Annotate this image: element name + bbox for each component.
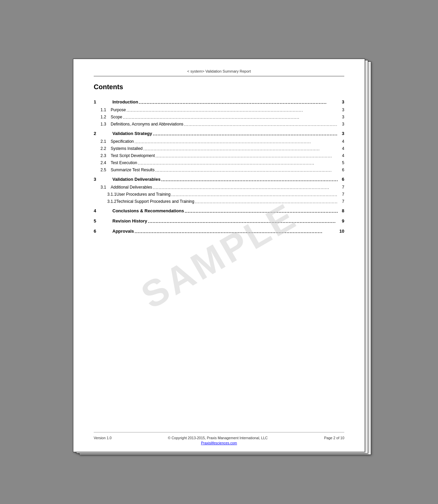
toc-dots: ........................................… — [143, 146, 337, 153]
toc-page: 4 — [337, 138, 344, 145]
toc-dots: ........................................… — [122, 114, 337, 121]
toc-title: Technical Support Procedures and Trainin… — [116, 198, 194, 205]
toc-num: 6 — [94, 227, 112, 236]
toc-title: Revision History — [112, 217, 147, 226]
toc-entry-3: 3Validation Deliverables................… — [94, 174, 344, 184]
footer-link[interactable]: Praxislifesciences.com — [201, 441, 237, 445]
page-content: < system> Validation Summary Report Cont… — [73, 59, 365, 452]
page-footer: Version 1.0 © Copyright 2013-2015, Praxi… — [94, 432, 344, 445]
document-header: < system> Validation Summary Report — [94, 69, 344, 76]
toc-dots: ........................................… — [154, 167, 337, 174]
toc-entry-1-2: 1.2Scope................................… — [94, 114, 344, 121]
toc-page: 7 — [337, 198, 344, 205]
toc-dots: ........................................… — [161, 175, 337, 184]
toc-title: User Procedures and Training — [116, 191, 170, 198]
toc-entry-6: 6Approvals..............................… — [94, 226, 344, 236]
toc-entry-2-5: 2.5Summarize Test Results...............… — [94, 167, 344, 174]
toc-entry-2: 2Validation Strategy....................… — [94, 128, 344, 138]
toc-page: 5 — [337, 159, 344, 167]
toc-title: Specification — [111, 138, 134, 145]
toc-title: Test Execution — [111, 159, 137, 167]
toc-page: 3 — [337, 98, 344, 106]
toc-page: 10 — [337, 227, 344, 236]
toc-dots: ........................................… — [147, 217, 337, 226]
toc-entry-5: 5Revision History.......................… — [94, 215, 344, 226]
toc-dots: ........................................… — [155, 153, 337, 160]
toc-page: 6 — [337, 167, 344, 174]
toc-title: Introduction — [112, 98, 138, 106]
toc-entry-1-1: 1.1Purpose..............................… — [94, 106, 344, 114]
footer-row: Version 1.0 © Copyright 2013-2015, Praxi… — [94, 436, 344, 440]
toc-num: 4 — [94, 207, 112, 215]
page-stack: < system> Validation Summary Report < sy… — [73, 59, 365, 459]
toc-entry-2-4: 2.4Test Execution.......................… — [94, 159, 344, 167]
toc-page: 3 — [337, 114, 344, 121]
toc-dots: ........................................… — [138, 98, 337, 107]
toc-page: 9 — [337, 217, 344, 226]
toc-entry-3-1-1: 3.1.1User Procedures and Training.......… — [94, 191, 344, 198]
toc-num: 2.5 — [94, 167, 111, 174]
toc-page: 3 — [337, 121, 344, 128]
contents-heading: Contents — [94, 83, 344, 91]
footer-version: Version 1.0 — [94, 436, 112, 440]
toc-entry-1: 1Introduction...........................… — [94, 96, 344, 106]
toc-num: 1 — [94, 98, 112, 106]
toc-num: 1.1 — [94, 106, 111, 114]
toc: 1Introduction...........................… — [94, 96, 344, 425]
toc-dots: ........................................… — [170, 191, 337, 198]
toc-title: Validation Strategy — [112, 129, 152, 138]
toc-entry-2-2: 2.2Systems Installed....................… — [94, 145, 344, 152]
toc-num: 3.1.2 — [94, 198, 116, 205]
toc-entry-3-1: 3.1Additional Deliverables..............… — [94, 184, 344, 191]
toc-dots: ........................................… — [152, 130, 337, 138]
toc-title: Approvals — [112, 227, 134, 236]
toc-page: 6 — [337, 175, 344, 184]
toc-num: 3.1.1 — [94, 191, 116, 198]
toc-entry-2-1: 2.1Specification........................… — [94, 138, 344, 145]
toc-page: 8 — [337, 207, 344, 215]
toc-num: 3.1 — [94, 184, 111, 191]
toc-num: 2 — [94, 129, 112, 138]
toc-page: 7 — [337, 184, 344, 191]
toc-title: Definitions, Acronyms and Abbreviations — [111, 121, 183, 128]
toc-dots: ........................................… — [184, 207, 337, 216]
page-front: SAMPLE < system> Validation Summary Repo… — [73, 59, 365, 452]
toc-num: 3 — [94, 175, 112, 184]
toc-page: 3 — [337, 129, 344, 138]
toc-title: Summarize Test Results — [111, 167, 154, 174]
toc-dots: ........................................… — [134, 227, 337, 236]
toc-num: 2.1 — [94, 138, 111, 145]
toc-title: Scope — [111, 114, 122, 121]
footer-page: Page 2 of 10 — [324, 436, 344, 440]
toc-title: Conclusions & Recommendations — [112, 207, 184, 215]
toc-title: Purpose — [111, 106, 126, 114]
toc-entry-3-1-2: 3.1.2Technical Support Procedures and Tr… — [94, 198, 344, 205]
toc-num: 1.2 — [94, 114, 111, 121]
toc-title: Additional Deliverables — [111, 184, 152, 191]
toc-dots: ........................................… — [126, 107, 337, 114]
toc-num: 2.4 — [94, 159, 111, 167]
toc-num: 1.3 — [94, 121, 111, 128]
footer-copyright: © Copyright 2013-2015, Praxis Management… — [168, 436, 268, 440]
toc-page: 4 — [337, 152, 344, 159]
toc-num: 2.3 — [94, 152, 111, 159]
toc-dots: ........................................… — [183, 121, 337, 128]
toc-dots: ........................................… — [137, 160, 337, 167]
toc-page: 3 — [337, 106, 344, 114]
toc-entry-4: 4Conclusions & Recommendations..........… — [94, 205, 344, 215]
toc-dots: ........................................… — [194, 198, 337, 206]
toc-page: 4 — [337, 145, 344, 152]
toc-dots: ........................................… — [152, 184, 337, 191]
toc-title: Systems Installed — [111, 145, 143, 152]
toc-num: 5 — [94, 217, 112, 226]
toc-title: Test Script Development — [111, 152, 155, 159]
toc-entry-1-3: 1.3Definitions, Acronyms and Abbreviatio… — [94, 121, 344, 128]
toc-dots: ........................................… — [134, 138, 337, 146]
toc-page: 7 — [337, 191, 344, 198]
toc-title: Validation Deliverables — [112, 175, 161, 184]
toc-num: 2.2 — [94, 145, 111, 152]
toc-entry-2-3: 2.3Test Script Development..............… — [94, 152, 344, 159]
